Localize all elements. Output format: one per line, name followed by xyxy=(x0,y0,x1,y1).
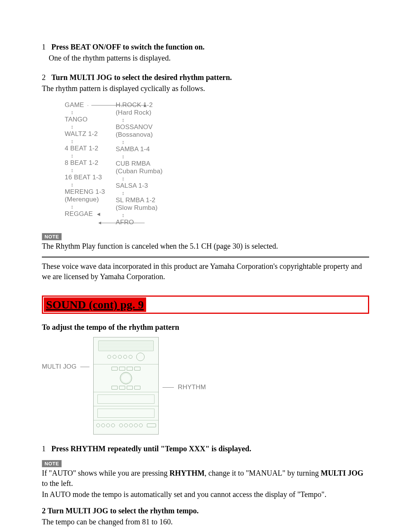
step-1-instruction: Press BEAT ON/OFF to switch the function… xyxy=(51,43,205,51)
step-press-rhythm: 1 Press RHYTHM repeatedly until "Tempo X… xyxy=(42,444,369,454)
flow-item: SAMBA 1-4 xyxy=(116,145,150,153)
step-1-detail: One of the rhythm patterns is displayed. xyxy=(42,53,369,63)
flow-item-sub: (Bossanova) xyxy=(116,131,153,139)
flow-column-left: GAME · ↕ TANGO ↕ WALTZ 1-2 ↕ 4 BEAT 1-2 … xyxy=(65,101,105,218)
note-2-line1: If "AUTO" shows while you are pressing R… xyxy=(42,468,369,489)
flow-column-right: H.ROCK 1-2 (Hard Rock) ↕ BOSSANOV (Bossa… xyxy=(116,101,163,226)
step-1-number: 1 xyxy=(42,43,46,51)
rhythm-pattern-flow-diagram: ► GAME · ↕ TANGO ↕ WALTZ 1-2 ↕ 4 BEAT 1-… xyxy=(65,101,369,226)
flow-item: TANGO xyxy=(65,116,88,123)
flow-item: WALTZ 1-2 xyxy=(65,130,98,138)
flow-item: 4 BEAT 1-2 xyxy=(65,145,98,152)
flow-item: SL RMBA 1-2 xyxy=(116,197,156,204)
flow-item: 16 BEAT 1-3 xyxy=(65,174,102,181)
label-rhythm: RHYTHM xyxy=(178,380,206,391)
flow-item: 8 BEAT 1-2 xyxy=(65,159,98,167)
step-2-instruction: Turn MULTI JOG to select the desired rhy… xyxy=(51,73,232,81)
step-2: 2 Turn MULTI JOG to select the desired r… xyxy=(42,72,369,83)
note-badge: NOTE xyxy=(42,233,62,240)
note-badge: NOTE xyxy=(42,460,62,467)
flow-item: CUB RMBA xyxy=(116,160,150,168)
flow-item-sub: (Slow Rumba) xyxy=(116,204,158,212)
flow-item: REGGAE xyxy=(65,210,93,218)
tempo-heading: To adjust the tempo of the rhythm patter… xyxy=(42,322,369,332)
flow-item-sub: (Hard Rock) xyxy=(116,109,151,117)
step-2-number: 2 xyxy=(42,73,46,81)
step-turn-multi-jog: 2 Turn MULTI JOG to select the rhythm te… xyxy=(42,506,369,516)
flow-item: AFRO xyxy=(116,219,134,226)
flow-item: MERENG 1-3 xyxy=(65,188,105,196)
flow-item: SALSA 1-3 xyxy=(116,182,148,190)
flow-item-sub: (Cuban Rumba) xyxy=(116,168,163,175)
flow-item-sub: (Merengue) xyxy=(65,196,99,203)
step-4-detail: The tempo can be changed from 81 to 160. xyxy=(42,517,369,527)
step-3-number: 1 xyxy=(42,444,46,453)
step-3-instruction: Press RHYTHM repeatedly until "Tempo XXX… xyxy=(51,444,251,453)
license-statement: These voice wave data incorporated in th… xyxy=(42,261,369,282)
step-1: 1 Press BEAT ON/OFF to switch the functi… xyxy=(42,42,369,52)
note-2-line2: In AUTO mode the tempo is automatically … xyxy=(42,489,369,500)
flow-item: BOSSANOV xyxy=(116,123,153,131)
step-2-detail: The rhythm pattern is displayed cyclical… xyxy=(42,83,369,94)
stereo-illustration xyxy=(93,337,159,435)
flow-item: GAME xyxy=(65,101,84,109)
label-multi-jog: MULTI JOG xyxy=(42,363,76,409)
section-header-title: SOUND (cont) pg. 9 xyxy=(44,297,146,312)
device-illustration: MULTI JOG xyxy=(42,337,369,435)
note-1-text: The Rhythm Play function is canceled whe… xyxy=(42,241,369,251)
section-divider xyxy=(42,257,369,257)
section-header-sound: SOUND (cont) pg. 9 xyxy=(42,296,369,314)
